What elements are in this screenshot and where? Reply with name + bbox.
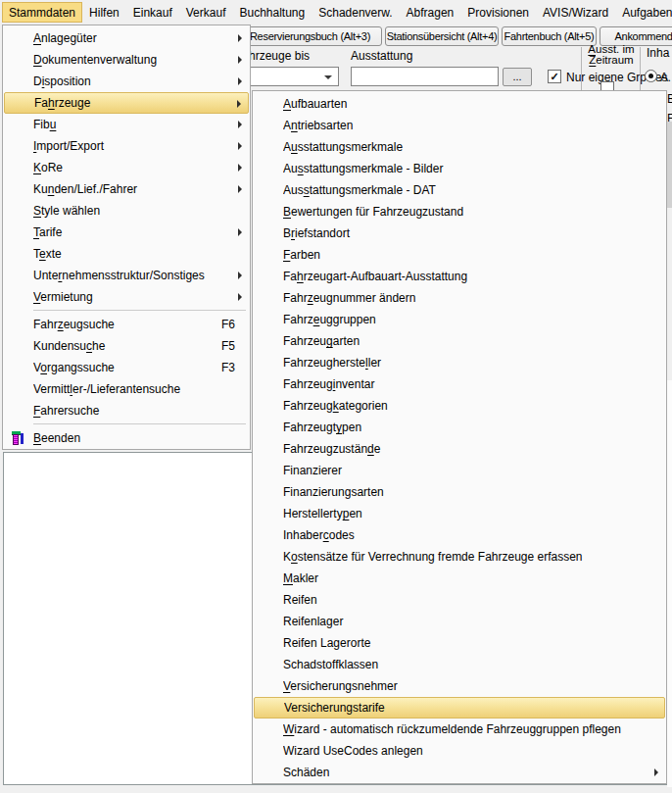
menu-item-fahrzeugart-aufbauart-ausstattung[interactable]: Fahrzeugart-Aufbauart-Ausstattung [254,266,665,287]
menu-item-aufbauarten[interactable]: Aufbauarten [254,93,665,115]
menu-item-fahrzeuginventar[interactable]: Fahrzeuginventar [254,373,665,395]
client-area-fragment [667,380,672,787]
menu-item-label: Kundensuche [33,339,221,353]
menu-item-fahrzeughersteller[interactable]: Fahrzeughersteller [254,352,665,373]
menu-item-fahrersuche[interactable]: Fahrersuche [4,400,249,421]
menubar-item-abfragen[interactable]: Abfragen [400,2,461,23]
submenu-arrow-icon [238,185,242,193]
menu-item-label: Versicherungsnehmer [283,679,665,693]
submenu-arrow-icon [238,164,242,172]
menu-item-fibu[interactable]: Fibu [4,114,249,135]
menu-item-fahrzeugnummer-ändern[interactable]: Fahrzeugnummer ändern [254,287,665,309]
menu-item-schäden[interactable]: Schäden [254,762,665,783]
inhaber-radio[interactable] [645,70,657,82]
menu-item-makler[interactable]: Makler [254,568,665,589]
menubar-item-avis-wizard[interactable]: AVIS/Wizard [536,2,615,23]
menu-item-label: Fahrzeugzustände [283,442,665,456]
menubar-item-hilfen[interactable]: Hilfen [82,2,126,23]
ausstattung-input[interactable] [351,67,499,86]
menu-item-versicherungsnehmer[interactable]: Versicherungsnehmer [254,675,665,697]
menu-item-reifen-lagerorte[interactable]: Reifen Lagerorte [254,632,665,654]
menu-item-fahrzeugzustände[interactable]: Fahrzeugzustände [254,438,665,460]
menu-item-style-wählen[interactable]: Style wählen [4,200,249,222]
menubar: StammdatenHilfenEinkaufVerkaufBuchhaltun… [0,0,672,24]
menubar-item-stammdaten[interactable]: Stammdaten [2,2,82,23]
menu-item-label: Style wählen [33,204,249,218]
menu-item-label: Fahrzeughersteller [283,356,665,370]
menu-item-anlagegüter[interactable]: Anlagegüter [4,27,249,49]
menu-item-label: Unternehmensstruktur/Sonstiges [33,269,249,282]
menu-item-fahrzeuggruppen[interactable]: Fahrzeuggruppen [254,309,665,330]
menu-item-kostensätze-für-verrechnung-fremde-fahrzeuge-erfassen[interactable]: Kostensätze für Verrechnung fremde Fahrz… [254,546,665,568]
submenu-arrow-icon [238,228,242,236]
menu-item-label: Bewertungen für Fahrzeugzustand [283,205,665,219]
tab-reservierungsbuch-alt-3[interactable]: Reservierungsbuch (Alt+3) [238,26,382,46]
menu-item-beenden[interactable]: Beenden [4,427,249,449]
menu-item-ausstattungsmerkmale-dat[interactable]: Ausstattungsmerkmale - DAT [254,179,665,201]
menubar-item-buchhaltung[interactable]: Buchhaltung [232,2,312,23]
menu-item-briefstandort[interactable]: Briefstandort [254,223,665,244]
menu-item-kundensuche[interactable]: KundensucheF5 [4,335,249,357]
menu-item-label: Kostensätze für Verrechnung fremde Fahrz… [283,550,665,564]
menu-item-herstellertypen[interactable]: Herstellertypen [254,503,665,524]
menu-item-wizard-usecodes-anlegen[interactable]: Wizard UseCodes anlegen [254,740,665,762]
menu-item-dokumentenverwaltung[interactable]: Dokumentenverwaltung [4,49,249,71]
menu-item-vorgangssuche[interactable]: VorgangssucheF3 [4,357,249,378]
menu-item-fahrzeugtypen[interactable]: Fahrzeugtypen [254,417,665,438]
submenu-arrow-icon [238,142,242,150]
tab-fahrtenbuch-alt-5[interactable]: Fahrtenbuch (Alt+5) [502,26,597,46]
menu-item-disposition[interactable]: Disposition [4,71,249,92]
menu-item-fahrzeugarten[interactable]: Fahrzeugarten [254,330,665,352]
tab-stationsübersicht-alt-4[interactable]: Stationsübersicht (Alt+4) [385,26,499,46]
stammdaten-menu: AnlagegüterDokumentenverwaltungDispositi… [2,25,251,450]
menubar-item-provisionen[interactable]: Provisionen [460,2,536,23]
menu-item-farben[interactable]: Farben [254,244,665,266]
menu-item-import-export[interactable]: Import/Export [4,135,249,157]
menu-item-tarife[interactable]: Tarife [4,222,249,243]
menubar-item-schadenverw[interactable]: Schadenverw. [312,2,399,23]
menu-item-unternehmensstruktur-sonstiges[interactable]: Unternehmensstruktur/Sonstiges [4,265,249,286]
menu-item-label: Inhabercodes [283,528,665,542]
menu-item-finanzierungsarten[interactable]: Finanzierungsarten [254,481,665,503]
menu-item-antriebsarten[interactable]: Antriebsarten [254,115,665,136]
menu-item-label: Schadstoffklassen [283,658,665,671]
menu-item-label: Vermietung [33,290,249,304]
menu-item-kore[interactable]: KoRe [4,157,249,178]
menu-item-label: Makler [283,571,665,585]
menubar-item-aufgaben[interactable]: Aufgaben [615,2,672,23]
browse-button[interactable]: ... [503,68,532,86]
menu-item-ausstattungsmerkmale-bilder[interactable]: Ausstattungsmerkmale - Bilder [254,158,665,179]
menu-item-texte[interactable]: Texte [4,243,249,265]
menu-item-inhabercodes[interactable]: Inhabercodes [254,524,665,546]
menu-item-reifenlager[interactable]: Reifenlager [254,611,665,632]
zeitraum-label-line2: Zeitraum [585,55,638,66]
menu-item-label: Ausstattungsmerkmale - DAT [283,183,665,197]
menu-item-versicherungstarife[interactable]: Versicherungstarife [254,697,665,719]
menu-item-bewertungen-für-fahrzeugzustand[interactable]: Bewertungen für Fahrzeugzustand [254,201,665,223]
menu-item-label: Aufbauarten [283,97,665,111]
inhaber-radio-label: A [660,71,668,84]
background-window-strip: B F [667,90,672,787]
menu-item-kunden-lief-fahrer[interactable]: Kunden/Lief./Fahrer [4,178,249,200]
menu-item-fahrzeugsuche[interactable]: FahrzeugsucheF6 [4,314,249,335]
menu-item-fahrzeuge[interactable]: Fahrzeuge [4,92,249,114]
menu-item-schadstoffklassen[interactable]: Schadstoffklassen [254,654,665,675]
shortcut-label: F5 [221,339,249,353]
menu-item-label: Dokumentenverwaltung [33,53,249,67]
menu-item-label: Reifen [283,593,665,607]
menu-item-fahrzeugkategorien[interactable]: Fahrzeugkategorien [254,395,665,417]
submenu-arrow-icon [238,121,242,128]
menubar-item-verkauf[interactable]: Verkauf [179,2,233,23]
menu-item-ausstattungsmerkmale[interactable]: Ausstattungsmerkmale [254,136,665,158]
menu-item-wizard-automatisch-rückzumeldende-fahrzeuggruppen-pflegen[interactable]: Wizard - automatisch rückzumeldende Fahr… [254,719,665,740]
menu-item-finanzierer[interactable]: Finanzierer [254,460,665,481]
menu-item-label: Import/Export [33,139,249,153]
menubar-item-einkauf[interactable]: Einkauf [126,2,179,23]
menu-item-vermietung[interactable]: Vermietung [4,286,249,308]
scrollbar-fragment[interactable] [667,122,672,208]
menu-item-vermittler-lieferantensuche[interactable]: Vermittler-/Lieferantensuche [4,378,249,400]
menu-item-label: Ausstattungsmerkmale - Bilder [283,162,665,175]
nur-eigene-grpres-checkbox[interactable] [548,70,561,83]
menu-item-reifen[interactable]: Reifen [254,589,665,611]
menu-item-label: Reifenlager [283,615,665,628]
